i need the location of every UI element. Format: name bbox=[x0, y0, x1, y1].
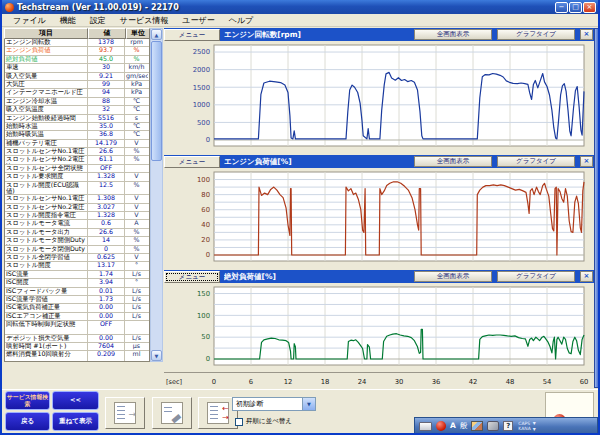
table-row[interactable]: エンジン回転数1378rpm bbox=[5, 39, 149, 47]
close-button[interactable]: × bbox=[583, 2, 596, 13]
table-row[interactable]: 補機バッテリ電圧14.179V bbox=[5, 140, 149, 148]
fullscreen-button[interactable]: 全画面表示 bbox=[414, 156, 492, 167]
sort-ascending-checkbox[interactable] bbox=[235, 418, 243, 426]
table-row[interactable]: スロットルモータ開側Duty比14% bbox=[5, 237, 149, 245]
table-row[interactable]: 回転低下時制御判定状態OFF bbox=[5, 321, 149, 335]
table-row[interactable]: ISCフィードバック量0.01L/s bbox=[5, 288, 149, 296]
sort-ascending-label: 昇順に並べ替え bbox=[246, 417, 292, 426]
table-row[interactable]: インテークマニホールド圧94kPa bbox=[5, 89, 149, 97]
service-info-search-button[interactable]: サービス情報検索 bbox=[5, 391, 50, 410]
cell-item: 始動時水温 bbox=[5, 123, 88, 130]
datalist-view-button[interactable]: → bbox=[105, 397, 145, 429]
ime-red-ball-icon[interactable] bbox=[436, 421, 446, 431]
table-row[interactable]: 吸入空気温度32℃ bbox=[5, 106, 149, 114]
panel-close-icon[interactable]: × bbox=[580, 271, 593, 282]
table-row[interactable]: スロットルセンサNo.2電圧3.027V bbox=[5, 204, 149, 212]
table-row[interactable]: スロットルモータ閉側Duty比0% bbox=[5, 246, 149, 254]
graphtype-button[interactable]: グラフタイプ bbox=[497, 29, 575, 40]
menu-button[interactable]: メニュー bbox=[164, 156, 220, 168]
menu-item[interactable]: ユーザー bbox=[175, 15, 221, 26]
return-button[interactable]: 戻る bbox=[5, 412, 50, 431]
table-row[interactable]: スロットルモータ電流0.6A bbox=[5, 220, 149, 228]
cell-val: 0.6 bbox=[88, 220, 125, 227]
table-row[interactable]: ISCエアコン補正量0.00L/s bbox=[5, 313, 149, 321]
cell-unit: ℃ bbox=[125, 98, 148, 105]
table-row[interactable]: 大気圧99kPa bbox=[5, 81, 149, 89]
table-row[interactable]: スロットル要求開度1.328V bbox=[5, 173, 149, 181]
table-row[interactable]: スロットルセンサ全閉状態OFF bbox=[5, 165, 149, 173]
menu-item[interactable]: 設定 bbox=[83, 15, 113, 26]
fullscreen-button[interactable]: 全画面表示 bbox=[414, 271, 492, 282]
back-double-button[interactable]: << bbox=[52, 391, 99, 410]
table-row[interactable]: 噴射時間 #1(ポート)7604μs bbox=[5, 343, 149, 351]
table-row[interactable]: スロットル開度(ECU認識値)12.5% bbox=[5, 182, 149, 196]
graphtype-button[interactable]: グラフタイプ bbox=[497, 156, 575, 167]
table-row[interactable]: スロットルセンサNo.2電圧比61.1% bbox=[5, 156, 149, 164]
scroll-down-icon[interactable]: ▼ bbox=[151, 350, 162, 361]
table-row[interactable]: エンジン冷却水温88℃ bbox=[5, 98, 149, 106]
ime-mode-general[interactable]: 般 bbox=[460, 419, 468, 433]
langbar-options-icon[interactable]: ▾▾ bbox=[533, 420, 536, 432]
table-row[interactable]: デポジット損失空気量0.00L/s bbox=[5, 335, 149, 343]
snapshot-record-button[interactable]: ▬ bbox=[152, 397, 192, 429]
table-row[interactable]: ISC流量学習値1.73L/s bbox=[5, 296, 149, 304]
column-header-item[interactable]: 項目 bbox=[4, 28, 88, 39]
table-row[interactable]: ISC流量1.74L/s bbox=[5, 271, 149, 279]
table-row[interactable]: 吸入空気量9.21gm/sec bbox=[5, 73, 149, 81]
table-row[interactable]: 始動時吸気温36.8℃ bbox=[5, 131, 149, 139]
table-row[interactable]: スロットルセンサNo.1電圧1.308V bbox=[5, 195, 149, 203]
ime-mode-a[interactable]: A bbox=[450, 419, 456, 433]
column-header-value[interactable]: 値 bbox=[88, 28, 126, 39]
tools-icon[interactable] bbox=[487, 421, 499, 431]
panel-close-icon[interactable]: × bbox=[580, 29, 593, 40]
table-row[interactable]: 燃料消費量10回噴射分0.209ml bbox=[5, 351, 149, 362]
help-icon[interactable]: ? bbox=[503, 421, 513, 431]
table-row[interactable]: スロットル全閉学習値0.625V bbox=[5, 254, 149, 262]
cell-unit: V bbox=[125, 173, 148, 180]
cell-unit: % bbox=[125, 56, 148, 63]
scrollbar-thumb[interactable] bbox=[151, 41, 162, 161]
minimize-button[interactable]: − bbox=[555, 2, 568, 13]
title-bar[interactable]: Techstream (Ver 11.00.019) - 22170 − □ × bbox=[2, 0, 598, 14]
cell-item: インテークマニホールド圧 bbox=[5, 89, 88, 96]
sort-ascending-checkbox-row[interactable]: 昇順に並べ替え bbox=[235, 417, 292, 426]
cell-item: エンジン始動後経過時間 bbox=[5, 115, 88, 122]
palette-icon[interactable] bbox=[471, 421, 483, 431]
menu-item[interactable]: サービス情報 bbox=[113, 15, 176, 26]
scroll-up-icon[interactable]: ▲ bbox=[151, 29, 162, 40]
menu-item[interactable]: ファイル bbox=[6, 15, 53, 26]
diagnosis-mode-dropdown[interactable]: 初期診断 ▼ bbox=[232, 397, 316, 411]
panel-header-load: メニュー エンジン負荷値[%] 全画面表示 グラフタイプ × bbox=[164, 155, 594, 168]
keyboard-icon[interactable] bbox=[419, 422, 432, 431]
cell-val: 0.209 bbox=[88, 351, 125, 362]
cell-item: スロットル要求開度 bbox=[5, 173, 88, 180]
graphtype-button[interactable]: グラフタイプ bbox=[497, 271, 575, 282]
column-header-unit[interactable]: 単位 bbox=[126, 28, 150, 39]
fullscreen-button[interactable]: 全画面表示 bbox=[414, 29, 492, 40]
table-row[interactable]: 絶対負荷値45.0% bbox=[5, 56, 149, 64]
cell-val: 9.21 bbox=[88, 73, 125, 80]
table-row[interactable]: エンジン負荷値93.7% bbox=[5, 47, 149, 55]
table-row[interactable]: ISC電気負荷補正量0.00L/s bbox=[5, 304, 149, 312]
table-scrollbar[interactable]: ▲ ▼ bbox=[150, 28, 163, 362]
cell-unit: V bbox=[125, 140, 148, 147]
table-row[interactable]: エンジン始動後経過時間5516s bbox=[5, 115, 149, 123]
table-row[interactable]: 始動時水温35.0℃ bbox=[5, 123, 149, 131]
cell-val: 1.308 bbox=[88, 195, 125, 202]
svg-text:0: 0 bbox=[206, 355, 210, 363]
menu-item[interactable]: ヘルプ bbox=[222, 15, 261, 26]
table-row[interactable]: スロットル開度13.17° bbox=[5, 262, 149, 270]
panel-close-icon[interactable]: × bbox=[580, 156, 593, 167]
charts-scrollbar[interactable] bbox=[594, 28, 600, 388]
menu-button[interactable]: メニュー bbox=[164, 29, 220, 41]
chevron-down-icon[interactable]: ▼ bbox=[302, 398, 315, 410]
table-row[interactable]: スロットルセンサNo.1電圧比26.6% bbox=[5, 148, 149, 156]
table-row[interactable]: 車速30km/h bbox=[5, 64, 149, 72]
menu-item[interactable]: 機能 bbox=[53, 15, 83, 26]
table-row[interactable]: スロットル開度指令電圧1.328V bbox=[5, 212, 149, 220]
table-row[interactable]: ISC開度3.94° bbox=[5, 279, 149, 287]
table-row[interactable]: スロットルモータ出力26.6% bbox=[5, 229, 149, 237]
maximize-button[interactable]: □ bbox=[569, 2, 582, 13]
menu-button[interactable]: メニュー bbox=[164, 271, 220, 283]
overlap-display-button[interactable]: 重ねて表示 bbox=[52, 412, 99, 431]
